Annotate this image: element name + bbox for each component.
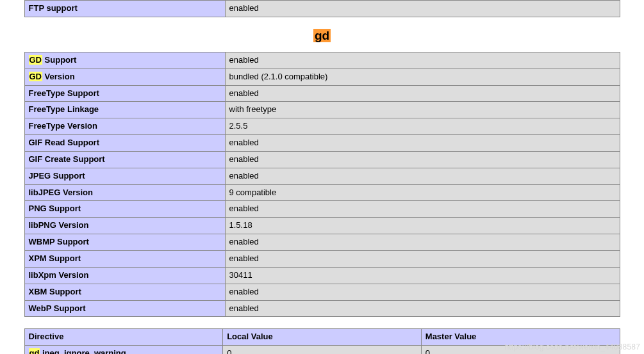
info-label: FreeType Support: [24, 85, 225, 102]
info-value: enabled: [225, 1, 620, 17]
table-row: FreeType Linkagewith freetype: [24, 102, 620, 118]
info-value: with freetype: [225, 102, 620, 118]
gd-directives-table: Directive Local Value Master Value gd.jp…: [24, 328, 620, 354]
highlight-text: gd: [29, 348, 40, 354]
info-label: FTP support: [24, 1, 225, 17]
info-label: GIF Read Support: [24, 135, 225, 152]
info-value: 2.5.5: [225, 118, 620, 135]
info-value: enabled: [225, 85, 620, 102]
ftp-table: FTP supportenabled: [24, 0, 620, 17]
table-row: PNG Supportenabled: [24, 201, 620, 218]
table-row: JPEG Supportenabled: [24, 168, 620, 184]
label-rest: .jpeg_ignore_warning: [40, 348, 126, 354]
info-label: GD Support: [24, 52, 225, 68]
info-label: FreeType Linkage: [24, 102, 225, 118]
info-label: FreeType Version: [24, 118, 225, 135]
info-value: 1.5.18: [225, 218, 620, 234]
directives-header-local: Local Value: [223, 329, 422, 346]
table-row: libPNG Version1.5.18: [24, 218, 620, 234]
info-value: enabled: [225, 234, 620, 251]
info-value: 30411: [225, 267, 620, 284]
section-heading-gd: gd: [15, 29, 630, 43]
table-row: FTP supportenabled: [24, 1, 620, 17]
highlight-text: GD: [29, 72, 43, 81]
info-label: WebP Support: [24, 300, 225, 317]
info-value: bundled (2.1.0 compatible): [225, 68, 620, 85]
info-label: GIF Create Support: [24, 151, 225, 168]
info-value: enabled: [225, 300, 620, 317]
info-label: libPNG Version: [24, 218, 225, 234]
label-rest: Version: [42, 72, 75, 81]
directives-header-master: Master Value: [421, 329, 620, 346]
table-row: GD Supportenabled: [24, 52, 620, 68]
info-value: enabled: [225, 151, 620, 168]
info-value: enabled: [225, 168, 620, 184]
gd-info-table: GD SupportenabledGD Versionbundled (2.1.…: [24, 52, 620, 318]
highlight-text: GD: [29, 55, 43, 65]
table-row: XBM Supportenabled: [24, 284, 620, 300]
info-value: enabled: [225, 284, 620, 300]
info-label: JPEG Support: [24, 168, 225, 184]
info-label: GD Version: [24, 68, 225, 85]
info-value: enabled: [225, 250, 620, 267]
table-row: FreeType Version2.5.5: [24, 118, 620, 135]
directive-local-value: 0: [223, 346, 422, 354]
table-row: GIF Read Supportenabled: [24, 135, 620, 152]
info-label: libXpm Version: [24, 267, 225, 284]
info-label: PNG Support: [24, 201, 225, 218]
table-row: gd.jpeg_ignore_warning00: [24, 346, 620, 354]
directive-master-value: 0: [421, 346, 620, 354]
table-row: GD Versionbundled (2.1.0 compatible): [24, 68, 620, 85]
info-value: enabled: [225, 201, 620, 218]
table-row: libJPEG Version9 compatible: [24, 184, 620, 201]
table-row: XPM Supportenabled: [24, 250, 620, 267]
table-row: GIF Create Supportenabled: [24, 151, 620, 168]
table-row: WebP Supportenabled: [24, 300, 620, 317]
info-label: XPM Support: [24, 250, 225, 267]
table-row: WBMP Supportenabled: [24, 234, 620, 251]
table-row: FreeType Supportenabled: [24, 85, 620, 102]
info-label: XBM Support: [24, 284, 225, 300]
section-heading-text: gd: [313, 29, 331, 42]
directives-header-row: Directive Local Value Master Value: [24, 329, 620, 346]
info-label: WBMP Support: [24, 234, 225, 251]
info-value: enabled: [225, 52, 620, 68]
info-value: enabled: [225, 135, 620, 152]
info-label: libJPEG Version: [24, 184, 225, 201]
label-rest: Support: [42, 55, 76, 65]
info-label: gd.jpeg_ignore_warning: [24, 346, 223, 354]
directives-header-directive: Directive: [24, 329, 223, 346]
info-value: 9 compatible: [225, 184, 620, 201]
table-row: libXpm Version30411: [24, 267, 620, 284]
